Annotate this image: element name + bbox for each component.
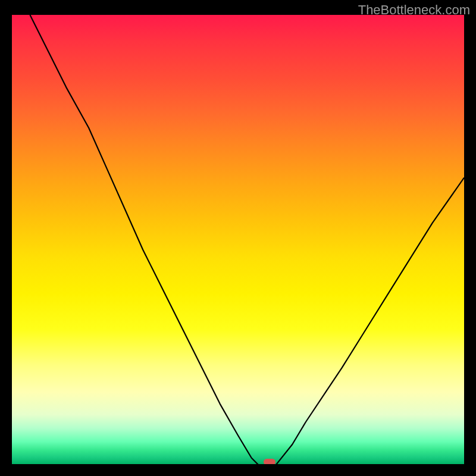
optimal-marker xyxy=(264,459,275,464)
bottleneck-curve xyxy=(12,15,464,464)
attribution-text: TheBottleneck.com xyxy=(358,2,470,18)
plot-area xyxy=(12,15,464,464)
